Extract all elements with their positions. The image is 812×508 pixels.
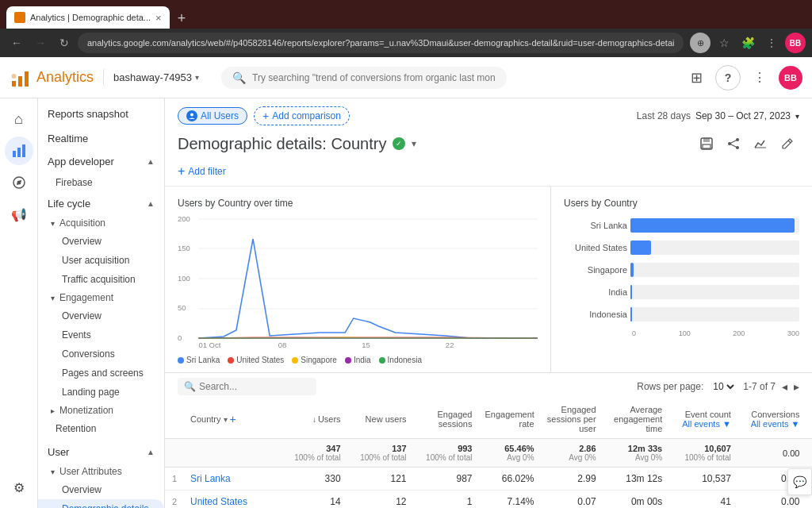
col-header-users[interactable]: ↓ Users <box>282 400 347 439</box>
sidebar-subgroup-engagement[interactable]: ▾ Engagement <box>38 289 164 306</box>
add-comparison-button[interactable]: + Add comparison <box>254 106 350 125</box>
sidebar-sub-item-landing-page[interactable]: Landing page <box>38 383 164 402</box>
browser-profile-icon[interactable]: ⊕ <box>690 33 710 53</box>
browser-bookmark-icon[interactable]: ☆ <box>714 33 734 53</box>
bar-row-singapore: Singapore <box>564 263 799 277</box>
address-input[interactable] <box>78 33 684 53</box>
new-tab-button[interactable]: + <box>171 10 193 27</box>
row2-country[interactable]: United States <box>184 491 282 509</box>
bar-fill-us <box>630 241 651 255</box>
more-options-button[interactable]: ⋮ <box>747 65 772 90</box>
browser-chrome: Analytics | Demographic deta... × + <box>0 0 812 29</box>
svg-text:100: 100 <box>178 275 190 283</box>
report-title-dropdown-icon[interactable]: ▾ <box>412 138 416 149</box>
report-status-dot[interactable]: ✓ <box>393 137 405 150</box>
sidebar-sub-item-firebase[interactable]: Firebase <box>38 172 164 193</box>
user-avatar[interactable]: BB <box>785 33 806 53</box>
sidebar-item-retention[interactable]: Retention <box>38 419 164 438</box>
col-header-engagement-rate[interactable]: Engagement rate <box>478 400 540 439</box>
title-chevron-icon: ▾ <box>412 138 416 149</box>
row2-new-users: 12 <box>347 491 413 509</box>
bar-label-srilanka: Sri Lanka <box>564 221 627 230</box>
share-report-button[interactable] <box>722 132 745 156</box>
svg-point-8 <box>190 114 193 117</box>
sidebar-subgroup-monetization[interactable]: ▸ Monetization <box>38 402 164 419</box>
search-input[interactable] <box>252 72 496 83</box>
account-selector[interactable]: bashaway-74953 ▾ <box>103 68 205 87</box>
users-col-label: Users <box>318 414 341 424</box>
user-chevron-icon: ▲ <box>147 448 155 456</box>
row1-country[interactable]: Sri Lanka <box>184 468 282 491</box>
sidebar-item-realtime[interactable]: Realtime <box>38 126 164 151</box>
table-search-input[interactable] <box>199 381 310 392</box>
sidebar-group-user[interactable]: User ▲ <box>38 441 164 463</box>
apps-grid-button[interactable]: ⊞ <box>684 65 709 90</box>
app-developer-chevron-icon: ▲ <box>147 157 155 166</box>
country-col-add-icon[interactable]: + <box>230 413 236 425</box>
col-header-revenue[interactable]: Total revenue <box>806 400 812 439</box>
svg-rect-11 <box>703 144 710 148</box>
sidebar-item-reports-snapshot[interactable]: Reports snapshot <box>38 102 164 126</box>
sidebar-icon-home[interactable]: ⌂ <box>5 105 33 133</box>
sidebar-group-app-developer[interactable]: App developer ▲ <box>38 151 164 172</box>
col-header-engaged-per-user[interactable]: Engaged sessions per user <box>541 400 603 439</box>
feedback-button[interactable]: 💬 <box>787 468 812 495</box>
row1-event-count: 10,537 <box>668 468 737 491</box>
report-header: All Users + Add comparison Last 28 days … <box>165 98 812 187</box>
sidebar-sub-item-overview-acq[interactable]: Overview <box>38 232 164 251</box>
row1-engagement-rate: 66.02% <box>478 468 540 491</box>
col-header-avg-time[interactable]: Average engagement time <box>603 400 669 439</box>
report-title: Demographic details: Country <box>178 135 386 153</box>
rows-per-page-select[interactable]: 10 25 50 <box>710 380 737 393</box>
add-comparison-plus-icon: + <box>262 110 269 122</box>
col-header-engaged-sessions[interactable]: Engaged sessions <box>413 400 479 439</box>
pagination-prev-icon[interactable]: ◂ <box>782 380 787 393</box>
sidebar-sub-item-overview-eng[interactable]: Overview <box>38 306 164 325</box>
tab-favicon <box>14 12 25 23</box>
sidebar-sub-item-traffic-acquisition[interactable]: Traffic acquisition <box>38 270 164 289</box>
sidebar-icon-explore[interactable] <box>5 168 33 197</box>
save-report-button[interactable] <box>695 132 718 156</box>
user-account-avatar[interactable]: BB <box>779 66 802 90</box>
svg-rect-10 <box>703 138 710 142</box>
sidebar-sub-item-user-acquisition[interactable]: User acquisition <box>38 251 164 270</box>
analytics-logo[interactable]: Analytics <box>10 67 94 89</box>
sidebar-group-lifecycle[interactable]: Life cycle ▲ <box>38 193 164 214</box>
bar-label-us: United States <box>564 243 627 252</box>
sidebar-icon-advertising[interactable]: 📢 <box>5 200 33 229</box>
sidebar-subgroup-acquisition[interactable]: ▾ Acquisition <box>38 214 164 232</box>
browser-extension-icon[interactable]: 🧩 <box>737 33 758 53</box>
sidebar-sub-item-pages-screens[interactable]: Pages and screens <box>38 364 164 383</box>
pagination-next-icon[interactable]: ▸ <box>794 380 799 393</box>
date-range[interactable]: Last 28 days Sep 30 – Oct 27, 2023 ▾ <box>637 110 799 121</box>
table-toolbar-right: Rows per page: 10 25 50 1-7 of 7 ◂ ▸ <box>637 380 799 393</box>
sidebar-sub-item-events[interactable]: Events <box>38 325 164 344</box>
help-button[interactable]: ? <box>715 65 741 90</box>
active-tab[interactable]: Analytics | Demographic deta... × <box>6 6 170 29</box>
col-header-country[interactable]: Country ▾ + <box>184 400 282 439</box>
edit-report-button[interactable] <box>776 132 799 156</box>
sidebar-sub-item-conversions[interactable]: Conversions <box>38 344 164 364</box>
row2-num: 2 <box>165 491 184 509</box>
chart-options-button[interactable] <box>749 132 772 156</box>
sidebar-sub-item-demographic-details[interactable]: Demographic details <box>38 499 164 508</box>
monetization-chevron-icon: ▸ <box>51 406 55 415</box>
tab-close-icon[interactable]: × <box>155 12 162 24</box>
bar-track-us <box>630 241 799 255</box>
col-header-num <box>165 400 184 439</box>
sidebar-subgroup-user-attributes[interactable]: ▾ User Attributes <box>38 463 164 480</box>
sidebar-icon-settings[interactable]: ⚙ <box>5 473 33 502</box>
col-header-new-users[interactable]: New users <box>347 400 413 439</box>
nav-refresh-button[interactable]: ↻ <box>54 33 75 53</box>
nav-forward-button[interactable]: → <box>30 33 51 53</box>
browser-more-icon[interactable]: ⋮ <box>761 33 782 53</box>
legend-dot-srilanka <box>178 357 184 364</box>
col-header-conversions[interactable]: ConversionsAll events ▼ <box>737 400 806 439</box>
nav-back-button[interactable]: ← <box>6 33 27 53</box>
col-header-event-count[interactable]: Event countAll events ▼ <box>668 400 737 439</box>
sidebar-sub-item-overview-ua[interactable]: Overview <box>38 480 164 499</box>
all-users-segment[interactable]: All Users <box>178 107 247 125</box>
totals-avg-time: 12m 33s Avg 0% <box>603 439 669 468</box>
sidebar-icon-reports[interactable] <box>5 137 33 165</box>
add-filter-button[interactable]: + Add filter <box>178 162 226 181</box>
